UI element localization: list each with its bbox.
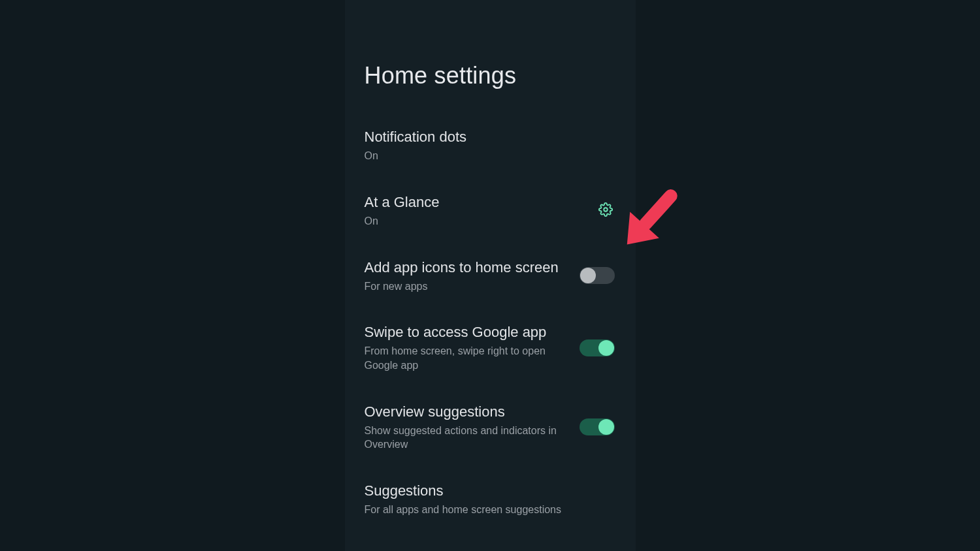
setting-text: Add app icons to home screen For new app… xyxy=(365,259,568,294)
toggle-thumb xyxy=(580,268,596,283)
settings-panel: Home settings Notification dots On At a … xyxy=(345,0,636,551)
swipe-google-toggle[interactable] xyxy=(580,339,615,356)
setting-title: Add app icons to home screen xyxy=(365,259,564,277)
setting-text: Swipe to access Google app From home scr… xyxy=(365,323,568,372)
divider-spacer xyxy=(345,238,636,249)
setting-suggestions[interactable]: Suggestions For all apps and home screen… xyxy=(345,473,636,526)
gear-icon xyxy=(598,202,613,219)
setting-text: Overview suggestions Show suggested acti… xyxy=(365,403,568,452)
at-a-glance-settings-button[interactable] xyxy=(596,202,615,220)
divider-spacer xyxy=(345,461,636,473)
setting-text: Notification dots On xyxy=(365,128,616,163)
setting-overview-suggestions[interactable]: Overview suggestions Show suggested acti… xyxy=(345,394,636,461)
setting-title: Suggestions xyxy=(365,482,612,500)
setting-subtitle: On xyxy=(365,214,581,228)
svg-rect-1 xyxy=(636,187,679,233)
setting-swipe-google[interactable]: Swipe to access Google app From home scr… xyxy=(345,314,636,381)
page-title: Home settings xyxy=(345,0,636,119)
setting-subtitle: From home screen, swipe right to open Go… xyxy=(365,344,564,372)
divider-spacer xyxy=(345,302,636,314)
setting-title: At a Glance xyxy=(365,193,581,212)
setting-title: Notification dots xyxy=(365,128,612,146)
setting-text: Suggestions For all apps and home screen… xyxy=(365,482,616,517)
setting-title: Overview suggestions xyxy=(365,403,564,421)
add-app-icons-toggle[interactable] xyxy=(580,267,615,284)
divider-spacer xyxy=(345,382,636,394)
setting-notification-dots[interactable]: Notification dots On xyxy=(345,119,636,172)
setting-at-a-glance[interactable]: At a Glance On xyxy=(345,184,636,238)
divider-spacer xyxy=(345,172,636,184)
toggle-thumb xyxy=(598,419,614,435)
setting-text: At a Glance On xyxy=(365,193,585,228)
setting-add-app-icons[interactable]: Add app icons to home screen For new app… xyxy=(345,249,636,303)
toggle-thumb xyxy=(598,340,614,356)
svg-point-0 xyxy=(604,208,608,212)
setting-title: Swipe to access Google app xyxy=(365,323,564,341)
setting-subtitle: For all apps and home screen suggestions xyxy=(365,503,612,517)
setting-subtitle: For new apps xyxy=(365,279,564,294)
setting-subtitle: On xyxy=(365,149,612,163)
setting-subtitle: Show suggested actions and indicators in… xyxy=(365,424,564,452)
overview-suggestions-toggle[interactable] xyxy=(580,418,615,435)
